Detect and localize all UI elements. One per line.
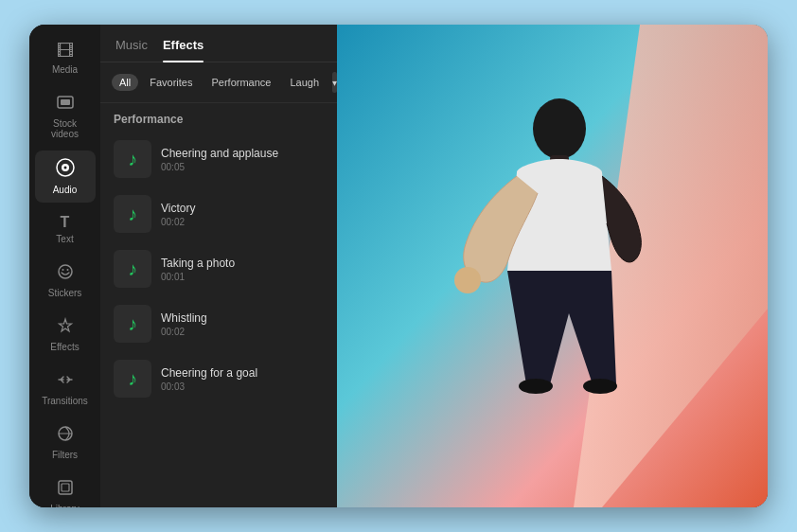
audio-icon <box>56 158 75 182</box>
svg-point-16 <box>454 267 481 293</box>
text-icon: T <box>61 214 70 231</box>
sidebar-label-library: Library <box>50 504 80 507</box>
audio-info-3: Taking a photo 00:01 <box>161 257 324 282</box>
sidebar-label-media: Media <box>52 64 78 75</box>
effects-icon <box>57 317 74 339</box>
sidebar-label-filters: Filters <box>52 450 78 460</box>
sidebar-item-library[interactable]: Library <box>35 471 96 507</box>
audio-duration-4: 00:02 <box>161 327 324 337</box>
sidebar-label-audio: Audio <box>53 185 78 195</box>
sidebar-label-transitions: Transitions <box>42 396 88 406</box>
audio-item-5[interactable]: ♪ Cheering for a goal 00:03 <box>100 351 337 406</box>
music-note-icon-1: ♪ <box>128 149 137 170</box>
svg-point-12 <box>533 98 586 159</box>
sidebar-label-effects: Effects <box>50 342 79 352</box>
audio-duration-3: 00:01 <box>161 272 324 282</box>
music-note-icon-4: ♪ <box>128 313 137 335</box>
audio-thumb-2: ♪ <box>114 195 151 233</box>
sidebar-item-transitions[interactable]: Transitions <box>35 364 96 414</box>
sidebar-item-audio[interactable]: Audio <box>35 151 96 203</box>
audio-name-2: Victory <box>161 202 324 215</box>
sidebar-item-filters[interactable]: Filters <box>35 417 96 468</box>
svg-point-7 <box>66 269 68 271</box>
svg-point-6 <box>62 269 63 271</box>
audio-thumb-5: ♪ <box>114 360 151 398</box>
svg-point-14 <box>519 379 553 394</box>
svg-rect-1 <box>61 99 70 105</box>
audio-list: ♪ Cheering and applause 00:05 ♪ Victory … <box>100 132 337 507</box>
filters-icon <box>57 425 74 447</box>
audio-info-4: Whistling 00:02 <box>161 311 324 337</box>
svg-rect-10 <box>62 484 69 491</box>
audio-name-4: Whistling <box>161 311 324 325</box>
transitions-icon <box>57 371 74 393</box>
sidebar-label-text: Text <box>56 234 73 244</box>
audio-item-2[interactable]: ♪ Victory 00:02 <box>100 186 337 241</box>
sidebar-item-text[interactable]: T Text <box>35 206 96 252</box>
audio-item-4[interactable]: ♪ Whistling 00:02 <box>100 296 337 351</box>
section-title: Performance <box>100 103 337 132</box>
sidebar-item-stickers[interactable]: Stickers <box>35 256 96 306</box>
audio-name-3: Taking a photo <box>161 257 324 270</box>
audio-name-5: Cheering for a goal <box>161 366 324 380</box>
preview-area <box>337 25 768 507</box>
music-note-icon-3: ♪ <box>128 258 137 280</box>
stickers-icon <box>57 263 74 285</box>
sidebar-label-stickers: Stickers <box>48 288 82 298</box>
filter-performance[interactable]: Performance <box>204 74 278 91</box>
tab-effects[interactable]: Effects <box>163 38 204 62</box>
sidebar: 🎞 Media Stock videos Audio <box>29 25 100 507</box>
audio-item-3[interactable]: ♪ Taking a photo 00:01 <box>100 241 337 296</box>
sidebar-item-effects[interactable]: Effects <box>35 310 96 360</box>
preview-image <box>337 25 768 507</box>
panel-tabs: Music Effects <box>100 25 337 62</box>
svg-rect-9 <box>59 481 72 494</box>
filter-laugh[interactable]: Laugh <box>282 74 327 91</box>
svg-point-4 <box>63 167 66 169</box>
panel: Music Effects All Favorites Performance … <box>100 25 337 507</box>
audio-item-1[interactable]: ♪ Cheering and applause 00:05 <box>100 132 337 186</box>
audio-thumb-1: ♪ <box>114 140 151 178</box>
sidebar-item-stock-videos[interactable]: Stock videos <box>35 86 96 147</box>
audio-thumb-3: ♪ <box>114 250 151 288</box>
audio-duration-1: 00:05 <box>161 162 324 172</box>
sidebar-label-stock: Stock videos <box>39 118 92 139</box>
stock-videos-icon <box>57 94 74 115</box>
music-note-icon-5: ♪ <box>128 368 137 390</box>
media-icon: 🎞 <box>57 42 74 62</box>
audio-duration-5: 00:03 <box>161 381 324 392</box>
audio-info-5: Cheering for a goal 00:03 <box>161 366 324 392</box>
audio-duration-2: 00:02 <box>161 217 324 227</box>
tab-music[interactable]: Music <box>115 38 148 62</box>
svg-point-5 <box>59 265 72 278</box>
filter-bar: All Favorites Performance Laugh ▾ <box>100 62 337 103</box>
audio-name-1: Cheering and applause <box>161 147 324 160</box>
audio-info-1: Cheering and applause 00:05 <box>161 147 324 172</box>
filter-favorites[interactable]: Favorites <box>142 74 200 91</box>
svg-point-15 <box>583 379 617 394</box>
audio-thumb-4: ♪ <box>114 305 151 343</box>
app-container: 🎞 Media Stock videos Audio <box>29 25 768 507</box>
sidebar-item-media[interactable]: 🎞 Media <box>35 34 96 82</box>
audio-info-2: Victory 00:02 <box>161 202 324 227</box>
music-note-icon-2: ♪ <box>128 204 137 225</box>
filter-all[interactable]: All <box>112 74 138 91</box>
library-icon <box>57 479 74 501</box>
